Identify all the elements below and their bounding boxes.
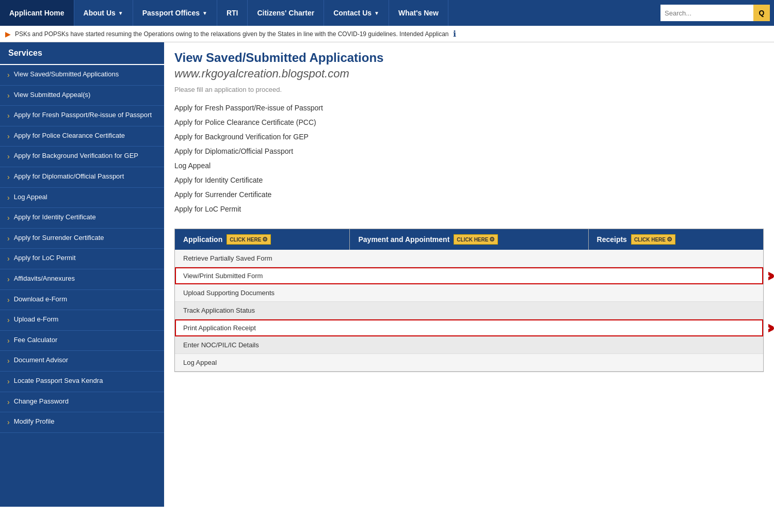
- chevron-right-icon: ›: [7, 356, 10, 366]
- nav-citizens-charter[interactable]: Citizens' Charter: [248, 0, 324, 26]
- chevron-right-icon: ›: [7, 213, 10, 223]
- ticker-text: PSKs and POPSKs have started resuming th…: [15, 30, 449, 38]
- sidebar-item-affidavits[interactable]: › Affidavits/Annexures: [0, 269, 164, 290]
- col-application: Application CLICK HERE ⚙: [175, 229, 350, 250]
- table-row-view-print[interactable]: View/Print Submitted Form: [175, 267, 763, 284]
- table-row-log-appeal[interactable]: Log Appeal: [175, 354, 763, 372]
- payment-click-badge[interactable]: CLICK HERE ⚙: [454, 234, 498, 245]
- chevron-right-icon: ›: [7, 70, 10, 80]
- list-item[interactable]: Apply for Background Verification for GE…: [174, 130, 764, 144]
- table-row-print-receipt[interactable]: Print Application Receipt: [175, 319, 763, 336]
- sidebar-item-fee-calculator[interactable]: › Fee Calculator: [0, 331, 164, 351]
- list-item[interactable]: Apply for Identity Certificate: [174, 173, 764, 187]
- service-list: Apply for Fresh Passport/Re-issue of Pas…: [174, 101, 764, 216]
- sidebar-item-download-eform[interactable]: › Download e-Form: [0, 290, 164, 311]
- chevron-right-icon: ›: [7, 132, 10, 142]
- chevron-right-icon: ›: [7, 417, 10, 428]
- nav-rti[interactable]: RTI: [217, 0, 248, 26]
- sidebar-item-surrender[interactable]: › Apply for Surrender Certificate: [0, 229, 164, 249]
- col-payment: Payment and Appointment CLICK HERE ⚙: [350, 229, 588, 250]
- main-content: View Saved/Submitted Applications www.rk…: [164, 42, 774, 507]
- table-header: Application CLICK HERE ⚙ Payment and App…: [175, 229, 763, 250]
- nav-applicant-home[interactable]: Applicant Home: [0, 0, 74, 26]
- chevron-right-icon: ›: [7, 397, 10, 408]
- dropdown-arrow: ▼: [118, 10, 123, 16]
- search-button[interactable]: Q: [753, 5, 770, 21]
- sidebar-item-upload-eform[interactable]: › Upload e-Form: [0, 310, 164, 331]
- table-row-upload-docs[interactable]: Upload Supporting Documents: [175, 284, 763, 302]
- application-click-badge[interactable]: CLICK HERE ⚙: [227, 234, 271, 245]
- dropdown-arrow: ▼: [374, 10, 379, 16]
- sidebar-item-identity[interactable]: › Apply for Identity Certificate: [0, 208, 164, 229]
- chevron-right-icon: ›: [7, 193, 10, 203]
- chevron-right-icon: ›: [7, 152, 10, 162]
- main-layout: Services › View Saved/Submitted Applicat…: [0, 42, 774, 507]
- fill-notice: Please fill an application to proceed.: [174, 86, 764, 93]
- sidebar-item-modify-profile[interactable]: › Modify Profile: [0, 412, 164, 433]
- list-item[interactable]: Apply for Fresh Passport/Re-issue of Pas…: [174, 101, 764, 115]
- sidebar-item-gep[interactable]: › Apply for Background Verification for …: [0, 147, 164, 167]
- sidebar-item-pcc[interactable]: › Apply for Police Clearance Certificate: [0, 126, 164, 147]
- gear-icon: ⚙: [667, 236, 672, 243]
- col-receipts: Receipts CLICK HERE ⚙: [589, 229, 763, 250]
- sidebar-item-loc[interactable]: › Apply for LoC Permit: [0, 249, 164, 269]
- red-arrow-view-print: [768, 270, 774, 282]
- sidebar-item-document-advisor[interactable]: › Document Advisor: [0, 351, 164, 372]
- sidebar-item-change-password[interactable]: › Change Password: [0, 392, 164, 413]
- row-wrapper-view-print: View/Print Submitted Form: [175, 267, 763, 284]
- chevron-right-icon: ›: [7, 254, 10, 264]
- row-wrapper-print-receipt: Print Application Receipt: [175, 319, 763, 336]
- sidebar-item-fresh-passport[interactable]: › Apply for Fresh Passport/Re-issue of P…: [0, 106, 164, 126]
- gear-icon: ⚙: [489, 236, 495, 243]
- table-body: Retrieve Partially Saved Form View/Print…: [175, 250, 763, 372]
- chevron-right-icon: ›: [7, 234, 10, 244]
- col-receipts-label: Receipts: [597, 235, 627, 244]
- chevron-right-icon: ›: [7, 91, 10, 101]
- sidebar-item-locate-psk[interactable]: › Locate Passport Seva Kendra: [0, 372, 164, 392]
- chevron-right-icon: ›: [7, 295, 10, 305]
- table-row-noc[interactable]: Enter NOC/PIL/IC Details: [175, 336, 763, 354]
- red-arrow-print-receipt: [768, 322, 774, 334]
- chevron-right-icon: ›: [7, 377, 10, 387]
- chevron-right-icon: ›: [7, 275, 10, 285]
- dropdown-arrow: ▼: [202, 10, 207, 16]
- page-title: View Saved/Submitted Applications: [174, 51, 764, 65]
- table-row-track-status[interactable]: Track Application Status: [175, 302, 763, 319]
- application-table: Application CLICK HERE ⚙ Payment and App…: [174, 229, 764, 372]
- sidebar-item-view-saved[interactable]: › View Saved/Submitted Applications: [0, 65, 164, 86]
- receipts-click-badge[interactable]: CLICK HERE ⚙: [631, 234, 675, 245]
- nav-passport-offices[interactable]: Passport Offices ▼: [133, 0, 217, 26]
- chevron-right-icon: ›: [7, 111, 10, 121]
- list-item[interactable]: Apply for Diplomatic/Official Passport: [174, 144, 764, 158]
- table-row-retrieve[interactable]: Retrieve Partially Saved Form: [175, 250, 763, 267]
- chevron-right-icon: ›: [7, 336, 10, 346]
- watermark-text: www.rkgoyalcreation.blogspot.com: [174, 67, 764, 80]
- col-payment-label: Payment and Appointment: [358, 235, 449, 244]
- chevron-right-icon: ›: [7, 315, 10, 326]
- ticker-arrow-icon: ▶: [5, 30, 11, 38]
- news-ticker: ▶ PSKs and POPSKs have started resuming …: [0, 26, 774, 42]
- list-item[interactable]: Apply for Surrender Certificate: [174, 187, 764, 202]
- nav-whats-new[interactable]: What's New: [389, 0, 448, 26]
- nav-about-us[interactable]: About Us ▼: [74, 0, 133, 26]
- info-icon: ℹ: [453, 29, 456, 39]
- list-item[interactable]: Apply for LoC Permit: [174, 202, 764, 216]
- chevron-right-icon: ›: [7, 172, 10, 183]
- search-input[interactable]: [660, 5, 753, 21]
- nav-contact-us[interactable]: Contact Us ▼: [324, 0, 389, 26]
- gear-icon: ⚙: [262, 236, 268, 243]
- sidebar-item-log-appeal[interactable]: › Log Appeal: [0, 188, 164, 208]
- navbar: Applicant Home About Us ▼ Passport Offic…: [0, 0, 774, 26]
- sidebar-item-view-appeal[interactable]: › View Submitted Appeal(s): [0, 86, 164, 106]
- sidebar-item-diplomatic[interactable]: › Apply for Diplomatic/Official Passport: [0, 167, 164, 188]
- list-item[interactable]: Apply for Police Clearance Certificate (…: [174, 115, 764, 130]
- sidebar: Services › View Saved/Submitted Applicat…: [0, 42, 164, 507]
- sidebar-title: Services: [0, 42, 164, 65]
- col-application-label: Application: [183, 235, 222, 244]
- list-item[interactable]: Log Appeal: [174, 158, 764, 173]
- search-bar: Q: [656, 0, 774, 26]
